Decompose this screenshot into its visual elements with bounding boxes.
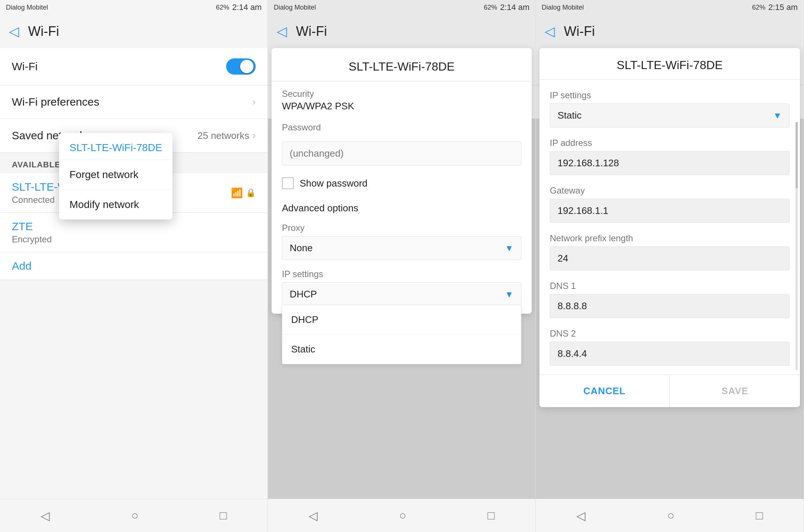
back-nav-btn-1[interactable]: ◁ <box>35 506 56 526</box>
scroll-thumb-3 <box>796 122 798 188</box>
carrier-label-2: Dialog Mobitel <box>274 4 316 11</box>
proxy-select-2[interactable]: None ▼ <box>282 236 521 260</box>
ip-address-value-3[interactable]: 192.168.1.128 <box>550 151 790 175</box>
forget-network-item-1[interactable]: Forget network <box>59 160 173 190</box>
status-right-1: 62% 2:14 am <box>216 3 262 12</box>
lock-icon-slt-1: 🔒 <box>246 188 256 198</box>
ip-settings-value-2: DHCP <box>290 289 317 300</box>
dialog-actions-3: CANCEL SAVE <box>539 375 800 407</box>
ip-settings-section-label-3: IP settings <box>539 84 800 103</box>
home-nav-btn-1[interactable]: ○ <box>125 506 144 525</box>
cancel-button-3[interactable]: CANCEL <box>539 375 670 407</box>
password-input-2[interactable] <box>282 141 521 166</box>
status-bar-2: Dialog Mobitel 62% 2:14 am <box>268 0 535 15</box>
nav-bar-2: ◁ ○ □ <box>268 499 535 532</box>
security-label-2: Security <box>282 89 521 99</box>
modify-network-item-1[interactable]: Modify network <box>59 190 173 219</box>
network-prefix-value-3[interactable]: 24 <box>550 246 790 270</box>
wifi-signal-icon-slt-1: 📶 <box>231 187 243 199</box>
add-network-btn-1[interactable]: Add <box>0 252 268 280</box>
status-bar-3: Dialog Mobitel 62% 2:15 am <box>536 0 804 15</box>
carrier-label-1: Dialog Mobitel <box>6 4 48 11</box>
network-icons-slt-1: 📶 🔒 <box>231 187 256 199</box>
password-label-2: Password <box>282 122 521 133</box>
ip-settings-value-3: Static <box>558 110 582 121</box>
ip-option-dhcp-2[interactable]: DHCP <box>282 305 521 335</box>
network-status-zte-1: Encrypted <box>12 234 52 245</box>
back-button-2[interactable]: ◁ <box>277 24 287 39</box>
show-password-row-2[interactable]: Show password <box>272 173 532 197</box>
ip-dropdown-2: DHCP Static <box>282 305 521 364</box>
time-1: 2:14 am <box>232 3 262 12</box>
show-password-label-2: Show password <box>300 178 368 189</box>
ip-settings-select-3[interactable]: Static ▼ <box>550 103 790 127</box>
page-title-3: Wi-Fi <box>564 24 595 39</box>
saved-networks-value-row-1: 25 networks › <box>197 130 256 141</box>
dialog-title-2: SLT-LTE-WiFi-78DE <box>272 48 532 81</box>
context-menu-title-1: SLT-LTE-WiFi-78DE <box>59 133 173 160</box>
ip-settings-dropdown-icon-3: ▼ <box>773 110 782 121</box>
proxy-label-2: Proxy <box>282 223 521 233</box>
page-title-1: Wi-Fi <box>28 24 59 39</box>
back-button-3[interactable]: ◁ <box>545 24 555 39</box>
home-nav-btn-3[interactable]: ○ <box>661 506 680 525</box>
gateway-value-3[interactable]: 192.168.1.1 <box>550 199 790 223</box>
status-right-2: 62% 2:14 am <box>484 3 529 12</box>
back-button-1[interactable]: ◁ <box>9 24 19 39</box>
gateway-label-3: Gateway <box>539 180 800 199</box>
battery-3: 62% <box>752 4 765 11</box>
recents-nav-btn-3[interactable]: □ <box>750 506 769 525</box>
time-3: 2:15 am <box>769 3 798 12</box>
password-field-label-2: Password <box>272 115 532 137</box>
dns1-value-3[interactable]: 8.8.8.8 <box>550 294 790 318</box>
advanced-options-label-2: Advanced options <box>282 202 358 214</box>
app-bar-3: ◁ Wi-Fi <box>536 15 804 48</box>
time-2: 2:14 am <box>500 3 530 12</box>
status-left-1: Dialog Mobitel <box>6 4 48 11</box>
ip-settings-dropdown-arrow-2: ▼ <box>505 289 514 300</box>
recents-nav-btn-2[interactable]: □ <box>482 506 501 525</box>
panel-2: Dialog Mobitel 62% 2:14 am ◁ Wi-Fi Wi-Fi… <box>268 0 536 532</box>
save-button-3[interactable]: SAVE <box>670 375 800 407</box>
dns1-label-3: DNS 1 <box>539 275 800 294</box>
network-name-zte-1: ZTE <box>12 220 52 233</box>
nav-bar-3: ◁ ○ □ <box>536 499 804 532</box>
saved-networks-count-1: 25 networks <box>197 130 249 141</box>
status-right-3: 62% 2:15 am <box>752 3 798 12</box>
back-nav-btn-2[interactable]: ◁ <box>303 506 324 526</box>
advanced-options-row-2[interactable]: Advanced options <box>272 197 532 220</box>
ip-option-static-2[interactable]: Static <box>282 335 521 364</box>
dns2-value-3[interactable]: 8.8.4.4 <box>550 342 790 366</box>
wifi-preferences-row-1[interactable]: Wi-Fi preferences › <box>0 85 268 119</box>
panel-1: Dialog Mobitel 62% 2:14 am ◁ Wi-Fi Wi-Fi… <box>0 0 268 532</box>
recents-nav-btn-1[interactable]: □ <box>214 506 233 525</box>
battery-2: 62% <box>484 4 497 11</box>
security-value-2: WPA/WPA2 PSK <box>282 100 521 112</box>
ip-settings-select-2[interactable]: DHCP ▼ <box>282 282 521 306</box>
home-nav-btn-2[interactable]: ○ <box>393 506 412 525</box>
chevron-right-icon-1: › <box>252 96 256 108</box>
static-ip-dialog-3: SLT-LTE-WiFi-78DE IP settings Static ▼ I… <box>539 48 800 407</box>
back-nav-btn-3[interactable]: ◁ <box>570 506 592 526</box>
wifi-pref-label-1: Wi-Fi preferences <box>12 96 99 108</box>
app-bar-2: ◁ Wi-Fi <box>268 15 535 48</box>
wifi-toggle-row-1[interactable]: Wi-Fi <box>0 48 268 85</box>
page-title-2: Wi-Fi <box>296 24 327 39</box>
dialog-scroll-3: IP settings Static ▼ IP address 192.168.… <box>539 80 800 375</box>
show-password-checkbox-2[interactable] <box>282 177 294 189</box>
proxy-section-2: Proxy None ▼ <box>272 220 532 262</box>
wifi-toggle-switch-1[interactable] <box>226 58 256 75</box>
battery-1: 62% <box>216 4 229 11</box>
status-left-3: Dialog Mobitel <box>542 4 584 11</box>
password-input-container-2 <box>272 137 532 173</box>
network-prefix-label-3: Network prefix length <box>539 227 800 246</box>
ip-address-label-3: IP address <box>539 132 800 151</box>
panel-3: Dialog Mobitel 62% 2:15 am ◁ Wi-Fi Wi-Fi… <box>536 0 804 532</box>
app-bar-1: ◁ Wi-Fi <box>0 15 268 48</box>
status-left-2: Dialog Mobitel <box>274 4 316 11</box>
dialog-title-3: SLT-LTE-WiFi-78DE <box>539 48 800 80</box>
wifi-dialog-2: SLT-LTE-WiFi-78DE Security WPA/WPA2 PSK … <box>272 48 532 314</box>
wifi-toggle-label-1: Wi-Fi <box>12 60 38 73</box>
proxy-value-2: None <box>290 242 313 254</box>
nav-bar-1: ◁ ○ □ <box>0 499 268 532</box>
